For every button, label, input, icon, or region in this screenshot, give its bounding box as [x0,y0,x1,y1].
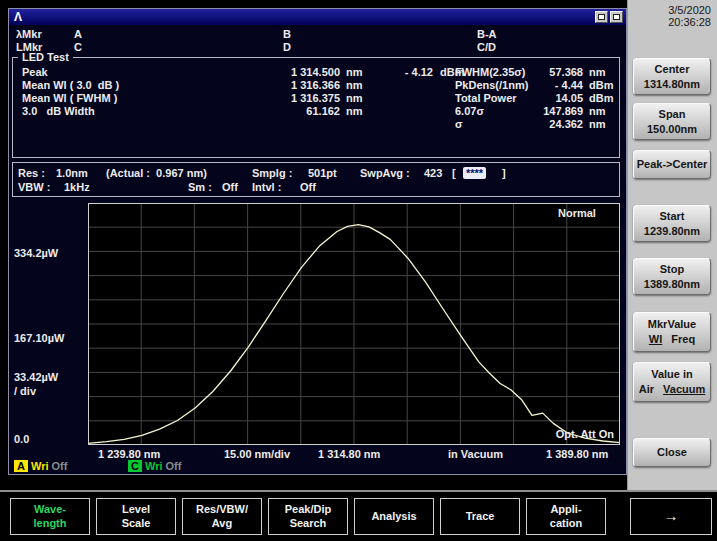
x-axis-stop-label: 1 389.80 nm [546,448,608,460]
six-sigma-label: 6.07σ [455,105,484,117]
value-in-air-option[interactable]: Air [639,382,654,397]
sigma-label: σ [455,118,463,130]
smoothing-label: Sm : [188,181,212,193]
sweep-avg-value: 423 [424,167,442,179]
softkey-span-title: Span [659,107,686,122]
db-width-value: 61.162 [225,105,340,117]
softkey-center-value: 1314.80nm [644,77,700,92]
fwhm-unit: nm [589,66,606,78]
x-axis-per-div-label: 15.00 nm/div [224,448,290,460]
marker-b-label: B [283,28,291,40]
trace-status: A Wri Off [14,460,67,472]
softkey-peak-to-center[interactable]: Peak->Center [633,150,711,179]
optical-attenuator-status: Opt. Att On [534,428,614,440]
value-in-vacuum-option[interactable]: Vacuum [663,382,705,397]
function-key[interactable]: Analysis [354,498,434,535]
function-key-label: cation [550,517,582,531]
res-value: 1.0nm [56,167,88,179]
function-key-label: Wave- [34,503,66,517]
function-key-label: Res/VBW/ [196,503,248,517]
function-key-label: Avg [212,517,232,531]
softkey-close[interactable]: Close [633,438,711,467]
sigma-unit: nm [589,118,606,130]
function-key[interactable]: Res/VBW/ Avg [182,498,262,535]
trace-a-mode-label: Wri [31,460,49,472]
sampling-label: Smplg : [252,167,292,179]
function-key[interactable]: → [630,498,712,535]
sweep-avg-progress: **** [463,167,486,179]
softkey-start[interactable]: Start 1239.80nm [633,205,711,242]
trace-c-mode-label: Wri [145,460,163,472]
display-mode-label: Normal [558,207,596,219]
sigma-value: 24.362 [495,118,583,130]
softkey-start-value: 1239.80nm [644,224,700,239]
db-width-label: 3.0 dB Width [22,105,95,117]
function-key-label: Scale [122,517,151,531]
mean-wl-fwhm-unit: nm [346,92,363,104]
six-sigma-unit: nm [589,105,606,117]
trace-status: C Wri Off [128,460,181,472]
sampling-value: 501pt [308,167,337,179]
sweep-avg-label: SwpAvg : [360,167,410,179]
softkey-close-title: Close [657,445,687,460]
softkey-center-title: Center [655,62,690,77]
led-test-legend: LED Test [18,51,73,63]
trace-canvas [88,203,620,445]
sweep-avg-bracket-close: ] [502,167,506,179]
trace-c-badge: C [128,460,142,472]
softkey-span-value: 150.00nm [647,122,697,137]
softkey-stop[interactable]: Stop 1389.80nm [633,258,711,295]
marker-value-freq-option[interactable]: Freq [671,332,695,347]
smoothing-value: Off [222,181,238,193]
sweep-avg-bracket-open: [ [452,167,456,179]
function-key-label: Appli- [550,503,581,517]
function-key[interactable]: Level Scale [96,498,176,535]
softkey-value-in[interactable]: Value in Air Vacuum [633,362,711,402]
mean-wl-3db-label: Mean Wl ( 3.0 dB ) [22,79,119,91]
x-axis-center-label: 1 314.80 nm [318,448,380,460]
function-key-label: Peak/Dip [285,503,331,517]
y-axis-per-div-label: 33.42µW [14,371,58,383]
total-power-unit: dBm [589,92,613,104]
app-logo-icon: Λ [14,10,22,24]
softkey-center[interactable]: Center 1314.80nm [633,58,711,95]
spectrum-plot [88,203,620,445]
mean-wl-fwhm-label: Mean Wl ( FWHM ) [22,92,117,104]
marker-b-a-label: B-A [477,28,497,40]
softkey-stop-title: Stop [660,262,684,277]
vbw-label: VBW : [18,181,50,193]
close-window-button[interactable] [610,11,623,23]
db-width-unit: nm [346,105,363,117]
date-label: 3/5/2020 [627,4,711,16]
trace-c-state-label: Off [165,460,181,472]
osa-screen: Λ λMkr A B B-A LMkr C D C/D LED Test Pea… [0,0,717,541]
softkey-marker-value[interactable]: MkrValue Wl Freq [633,312,711,352]
softkey-value-in-title: Value in [651,367,693,382]
fwhm-value: 57.368 [495,66,583,78]
softkey-stop-value: 1389.80nm [644,277,700,292]
marker-a-label: A [74,28,82,40]
time-label: 20:36:28 [627,16,711,28]
maximize-icon [598,14,605,20]
interval-value: Off [300,181,316,193]
softkey-span[interactable]: Span 150.00nm [633,103,711,140]
peak-wavelength-value: 1 314.500 [225,66,340,78]
function-key[interactable]: Appli- cation [526,498,606,535]
close-icon [613,14,620,20]
function-key[interactable]: Wave- length [10,498,90,535]
function-key[interactable]: Peak/Dip Search [268,498,348,535]
peak-wavelength-unit: nm [346,66,363,78]
titlebar: Λ [9,9,626,25]
mean-wl-3db-unit: nm [346,79,363,91]
function-key[interactable]: Trace [440,498,520,535]
maximize-button[interactable] [595,11,608,23]
more-keys-arrow-icon: → [664,507,679,526]
function-key-label: Search [290,517,327,531]
measurement-medium-label: in Vacuum [448,448,503,460]
mean-wl-fwhm-value: 1 316.375 [225,92,340,104]
marker-value-wl-option[interactable]: Wl [649,332,662,347]
res-actual-value: (Actual : 0.967 nm) [106,167,207,179]
vbw-value: 1kHz [64,181,90,193]
marker-c-label: C [74,41,82,53]
marker-d-label: D [283,41,291,53]
